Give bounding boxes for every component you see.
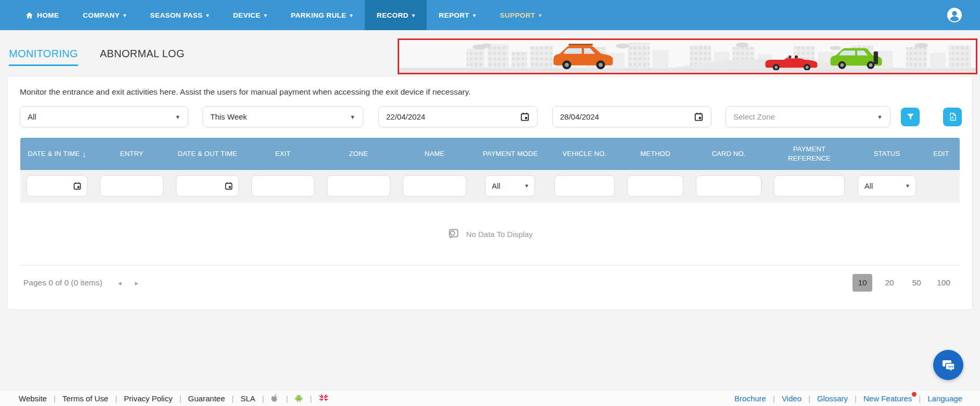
chevron-down-icon: ▾ [264, 12, 266, 18]
column-header-date-out-time[interactable]: DATE & OUT TIME [170, 138, 245, 170]
nav-item-company[interactable]: COMPANY ▾ [71, 0, 138, 30]
footer-link-sla[interactable]: SLA [240, 394, 255, 403]
nav-item-support[interactable]: SUPPORT ▾ [488, 0, 553, 30]
footer-separator: | [919, 394, 921, 403]
sort-descending-icon[interactable]: ↓ [82, 149, 86, 160]
page-size-10[interactable]: 10 [852, 274, 872, 292]
nav-label: SUPPORT [500, 11, 535, 19]
column-header-entry[interactable]: ENTRY [94, 138, 170, 170]
chevron-down-icon: ▼ [175, 114, 181, 120]
nav-item-report[interactable]: REPORT ▾ [427, 0, 488, 30]
footer-link-privacy-policy[interactable]: Privacy Policy [124, 394, 172, 403]
footer-separator: | [179, 394, 181, 403]
footer-link-language[interactable]: Language [927, 394, 962, 403]
filter-name-text[interactable] [409, 176, 461, 196]
nav-item-device[interactable]: DEVICE ▾ [221, 0, 279, 30]
calendar-icon[interactable] [73, 181, 82, 190]
date-to-input[interactable]: 28/04/2024 [552, 106, 711, 127]
page-size-50[interactable]: 50 [907, 274, 926, 292]
filter-name-input[interactable] [403, 175, 466, 197]
calendar-icon[interactable] [694, 112, 704, 122]
footer-link-glossary[interactable]: Glossary [817, 394, 848, 403]
huawei-app-icon[interactable] [319, 394, 329, 403]
tab-monitoring[interactable]: MONITORING [9, 48, 78, 66]
nav-item-home[interactable]: HOME [14, 0, 71, 30]
column-header-date-in-time[interactable]: DATE & IN TIME ↓ [20, 138, 94, 170]
filter-date-in-input[interactable] [27, 175, 87, 197]
column-header-zone[interactable]: ZONE [321, 138, 397, 170]
zone-select[interactable]: Select Zone ▼ [726, 106, 890, 127]
date-to-value: 28/04/2024 [560, 112, 599, 121]
column-header-status[interactable]: STATUS [851, 138, 923, 170]
footer-link-new-features[interactable]: New Features [863, 394, 912, 403]
filter-exit-input[interactable] [251, 175, 314, 197]
filter-vehicle-no-text[interactable] [560, 176, 609, 196]
date-from-input[interactable]: 22/04/2024 [378, 106, 538, 127]
filter-payment-reference-text[interactable] [780, 176, 839, 196]
empty-state-message: No Data To Display [466, 230, 532, 239]
user-account-icon[interactable] [947, 7, 962, 23]
column-header-exit[interactable]: EXIT [245, 138, 321, 170]
next-page-icon[interactable]: ▸ [135, 279, 138, 287]
advertisement-banner[interactable] [398, 38, 977, 74]
footer-link-video[interactable]: Video [782, 394, 801, 403]
export-pdf-button[interactable] [943, 108, 962, 126]
column-header-payment-mode[interactable]: PAYMENT MODE [473, 138, 548, 170]
chevron-down-icon: ▾ [206, 12, 209, 18]
category-select[interactable]: All ▼ [20, 106, 188, 127]
filter-card-no-text[interactable] [702, 176, 756, 196]
tab-abnormal-log[interactable]: ABNORMAL LOG [100, 48, 185, 66]
footer-link-website[interactable]: Website [19, 394, 47, 403]
footer-separator: | [310, 394, 312, 403]
filter-zone-input[interactable] [327, 175, 390, 197]
nav-item-parking-rule[interactable]: PARKING RULE ▾ [279, 0, 365, 30]
calendar-icon[interactable] [520, 112, 530, 122]
filter-date-out-input[interactable] [176, 175, 239, 197]
red-convertible-graphic [763, 50, 820, 70]
filter-card-no-input[interactable] [696, 175, 761, 197]
column-header-edit[interactable]: EDIT [923, 138, 960, 170]
column-header-vehicle-no[interactable]: VEHICLE NO. [548, 138, 621, 170]
category-select-value: All [28, 112, 36, 121]
apply-filter-button[interactable] [901, 108, 920, 126]
calendar-icon[interactable] [224, 181, 233, 190]
filter-zone-text[interactable] [333, 176, 385, 196]
table-header-row: DATE & IN TIME ↓ ENTRY DATE & OUT TIME E… [20, 138, 960, 170]
filter-payment-mode-select[interactable]: All ▼ [485, 175, 535, 197]
column-header-payment-reference[interactable]: PAYMENT REFERENCE [768, 138, 851, 170]
chevron-down-icon: ▼ [877, 114, 883, 120]
records-table: DATE & IN TIME ↓ ENTRY DATE & OUT TIME E… [20, 138, 960, 265]
filter-payment-reference-input[interactable] [774, 175, 845, 197]
page-size-100[interactable]: 100 [934, 274, 953, 292]
column-header-name[interactable]: NAME [397, 138, 473, 170]
filter-entry-text[interactable] [106, 176, 158, 196]
nav-label: RECORD [377, 11, 409, 19]
nav-item-record[interactable]: RECORD ▾ [365, 0, 427, 30]
nav-item-season-pass[interactable]: SEASON PASS ▾ [138, 0, 221, 30]
footer-link-brochure[interactable]: Brochure [734, 394, 766, 403]
filter-method-text[interactable] [633, 176, 678, 196]
footer-separator: | [808, 394, 810, 403]
filter-entry-input[interactable] [100, 175, 163, 197]
filter-exit-text[interactable] [257, 176, 309, 196]
previous-page-icon[interactable]: ◂ [118, 279, 122, 287]
column-header-method[interactable]: METHOD [621, 138, 690, 170]
pagination-label: Pages 0 of 0 (0 items) [23, 278, 103, 287]
android-app-icon[interactable] [295, 394, 303, 403]
table-filter-row: All ▼ All ▼ [20, 170, 960, 203]
footer-link-terms-of-use[interactable]: Terms of Use [62, 394, 108, 403]
apple-app-icon[interactable] [271, 394, 279, 403]
column-header-card-no[interactable]: CARD NO. [690, 138, 768, 170]
page-size-20[interactable]: 20 [880, 274, 899, 292]
live-chat-button[interactable] [933, 350, 963, 380]
filter-vehicle-no-input[interactable] [554, 175, 615, 197]
file-export-icon [948, 112, 957, 121]
filter-status-select[interactable]: All ▼ [858, 175, 916, 197]
filter-method-input[interactable] [627, 175, 683, 197]
footer-link-guarantee[interactable]: Guarantee [188, 394, 225, 403]
funnel-icon [906, 112, 915, 121]
monitoring-panel: Monitor the entrance and exit activities… [7, 76, 973, 310]
date-from-value: 22/04/2024 [386, 112, 425, 121]
page-size-selector: 10 20 50 100 [852, 274, 960, 292]
date-range-select[interactable]: This Week ▼ [202, 106, 363, 127]
